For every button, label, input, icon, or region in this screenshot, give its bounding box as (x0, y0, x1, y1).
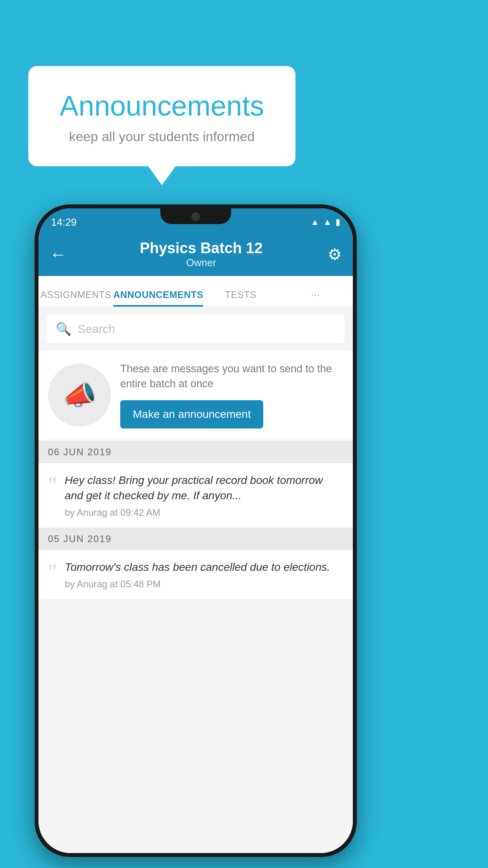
battery-icon: ▮ (336, 217, 340, 227)
date-separator-2: 05 JUN 2019 (39, 528, 353, 550)
tab-assignments[interactable]: ASSIGNMENTS (39, 289, 113, 307)
app-bar: ← Physics Batch 12 Owner ⚙ (39, 233, 353, 276)
back-button[interactable]: ← (50, 245, 67, 264)
announcement-meta-1: by Anurag at 09:42 AM (65, 507, 343, 518)
megaphone-circle: 📣 (48, 364, 111, 427)
announcement-text-1: Hey class! Bring your practical record b… (65, 473, 343, 518)
app-bar-center: Physics Batch 12 Owner (75, 240, 328, 269)
promo-content: These are messages you want to send to t… (120, 362, 343, 428)
settings-icon[interactable]: ⚙ (328, 245, 342, 263)
phone-notch (160, 208, 231, 224)
quote-icon-1: " (48, 474, 57, 496)
megaphone-icon: 📣 (62, 379, 97, 411)
tab-more[interactable]: ··· (278, 289, 353, 307)
bubble-subtitle: keep all your students informed (47, 129, 277, 144)
app-bar-title: Physics Batch 12 (75, 240, 328, 257)
announcement-message-2: Tomorrow's class has been cancelled due … (65, 559, 343, 575)
announcement-item-1[interactable]: " Hey class! Bring your practical record… (39, 463, 353, 528)
signal-icon: ▲ (323, 217, 332, 227)
promo-card: 📣 These are messages you want to send to… (39, 351, 353, 440)
tab-bar: ASSIGNMENTS ANNOUNCEMENTS TESTS ··· (39, 276, 353, 307)
date-separator-1: 06 JUN 2019 (39, 441, 353, 463)
speech-bubble-card: Announcements keep all your students inf… (28, 66, 295, 166)
phone-frame: 14:29 ▲ ▲ ▮ ← Physics Batch 12 Owner ⚙ A… (35, 204, 357, 857)
promo-description: These are messages you want to send to t… (120, 362, 343, 392)
announcement-meta-2: by Anurag at 05:48 PM (65, 579, 343, 590)
announcement-text-2: Tomorrow's class has been cancelled due … (65, 559, 343, 590)
tab-tests[interactable]: TESTS (203, 289, 278, 307)
announcement-message-1: Hey class! Bring your practical record b… (65, 473, 343, 503)
quote-icon-2: " (48, 561, 57, 583)
status-icons: ▲ ▲ ▮ (310, 217, 340, 227)
search-icon: 🔍 (56, 322, 72, 337)
phone-content: ← Physics Batch 12 Owner ⚙ ASSIGNMENTS A… (39, 233, 353, 853)
camera-cutout (191, 212, 200, 221)
scrollable-content: 🔍 Search 📣 These are messages you want t… (39, 307, 353, 853)
status-time: 14:29 (51, 216, 77, 228)
search-bar[interactable]: 🔍 Search (46, 314, 345, 344)
search-input[interactable]: Search (78, 322, 115, 336)
wifi-icon: ▲ (310, 217, 319, 227)
tab-announcements[interactable]: ANNOUNCEMENTS (113, 289, 203, 307)
app-bar-subtitle: Owner (75, 257, 328, 269)
announcement-item-2[interactable]: " Tomorrow's class has been cancelled du… (39, 550, 353, 600)
make-announcement-button[interactable]: Make an announcement (120, 400, 263, 428)
bubble-title: Announcements (47, 90, 277, 122)
phone-screen: 14:29 ▲ ▲ ▮ ← Physics Batch 12 Owner ⚙ A… (39, 208, 353, 853)
